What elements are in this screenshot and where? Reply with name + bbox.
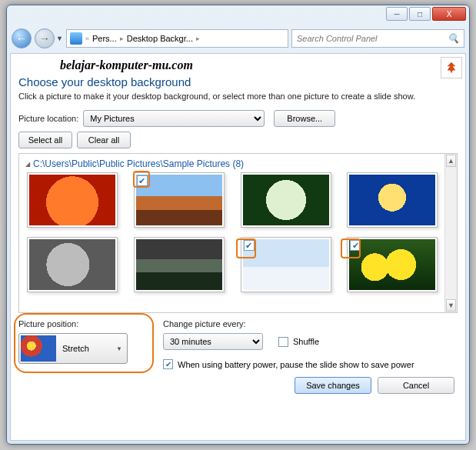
browse-button[interactable]: Browse... (274, 110, 335, 127)
group-header[interactable]: ◢ C:\Users\Public\Public Pictures\Sample… (25, 158, 443, 169)
annotation-arrow-icon (441, 57, 462, 78)
page-title: Choose your desktop background (18, 75, 458, 88)
thumbnail-image (349, 175, 435, 225)
breadcrumb-item[interactable]: Pers... (92, 34, 117, 43)
page-subtitle: Click a picture to make it your desktop … (18, 92, 458, 101)
thumbnail-frame (134, 237, 225, 292)
titlebar: ─ □ X (7, 5, 469, 27)
thumbnail-checkbox[interactable]: ✔ (350, 240, 361, 251)
thumbnail-hydrangea[interactable]: ✔ (241, 172, 331, 228)
breadcrumb-item[interactable]: Desktop Backgr... (127, 34, 193, 43)
thumbnail-frame (27, 237, 118, 292)
breadcrumb-sep-icon: « (85, 35, 89, 42)
nav-history-dropdown-icon[interactable]: ▼ (56, 35, 63, 42)
chevron-right-icon: ▸ (120, 35, 124, 42)
battery-checkbox[interactable]: ✔ (163, 359, 173, 369)
thumbnail-image (349, 239, 435, 290)
address-bar-row: ← → ▼ « Pers... ▸ Desktop Backgr... ▸ Se… (7, 27, 469, 50)
picture-position-select[interactable]: Stretch (18, 333, 128, 364)
shuffle-checkbox[interactable] (278, 337, 288, 347)
thumbnail-image (29, 175, 115, 225)
forward-button[interactable]: → (35, 28, 55, 48)
thumbnail-image (243, 175, 329, 225)
thumbnail-penguins[interactable]: ✔ (241, 237, 331, 292)
save-changes-button[interactable]: Save changes (295, 377, 371, 394)
scroll-down-icon[interactable]: ▼ (446, 299, 456, 312)
cancel-button[interactable]: Cancel (378, 377, 454, 394)
thumbnail-frame (347, 172, 438, 228)
thumbnail-checkbox[interactable]: ✔ (244, 240, 255, 251)
back-button[interactable]: ← (12, 28, 32, 48)
settings-row: Picture position: Stretch Change picture… (18, 319, 458, 369)
thumbnail-tulips[interactable]: ✔ (347, 237, 438, 292)
change-every-select[interactable]: 30 minutes (163, 333, 263, 350)
shuffle-label: Shuffle (293, 337, 319, 346)
thumbnails-grid: ✔✔✔✔✔✔✔✔ (24, 172, 443, 292)
search-input[interactable]: Search Control Panel 🔍 (291, 29, 464, 48)
pictures-grid-panel: ▲ ▼ ◢ C:\Users\Public\Public Pictures\Sa… (18, 153, 458, 313)
picture-location-label: Picture location: (18, 114, 78, 123)
select-all-button[interactable]: Select all (18, 132, 72, 148)
thumbnail-image (136, 175, 222, 225)
chevron-right-icon: ▸ (196, 35, 200, 42)
search-placeholder: Search Control Panel (297, 34, 378, 43)
thumbnail-koala[interactable]: ✔ (27, 237, 118, 292)
maximize-button[interactable]: □ (409, 7, 431, 21)
control-panel-window: ─ □ X ← → ▼ « Pers... ▸ Desktop Backgr..… (6, 5, 470, 445)
picture-position-label: Picture position: (18, 319, 149, 328)
picture-location-select[interactable]: My Pictures (83, 110, 265, 127)
thumbnail-frame (241, 172, 331, 228)
watermark-text: belajar-komputer-mu.com (60, 58, 458, 72)
thumbnail-jellyfish[interactable]: ✔ (347, 172, 438, 228)
thumbnail-desert[interactable]: ✔ (134, 172, 225, 228)
collapse-icon: ◢ (25, 161, 30, 168)
scrollbar[interactable]: ▲ ▼ (444, 154, 457, 312)
breadcrumb[interactable]: « Pers... ▸ Desktop Backgr... ▸ (66, 29, 288, 48)
thumbnail-checkbox[interactable]: ✔ (137, 175, 148, 186)
control-panel-icon (70, 32, 82, 45)
scroll-up-icon[interactable]: ▲ (446, 155, 456, 167)
position-preview-icon (21, 335, 56, 362)
battery-label: When using battery power, pause the slid… (178, 360, 414, 369)
content-area: belajar-komputer-mu.com Choose your desk… (10, 53, 466, 441)
clear-all-button[interactable]: Clear all (77, 132, 131, 148)
close-button[interactable]: X (432, 7, 466, 21)
minimize-button[interactable]: ─ (386, 7, 408, 21)
search-icon: 🔍 (448, 33, 459, 44)
change-every-label: Change picture every: (163, 319, 458, 328)
dialog-footer: Save changes Cancel (18, 369, 458, 395)
thumbnail-image (136, 239, 222, 290)
thumbnail-lighthouse[interactable]: ✔ (134, 237, 225, 292)
thumbnail-image (29, 239, 115, 290)
thumbnail-frame (27, 172, 118, 228)
thumbnail-orange-flower[interactable]: ✔ (27, 172, 118, 228)
thumbnail-image (243, 239, 329, 290)
